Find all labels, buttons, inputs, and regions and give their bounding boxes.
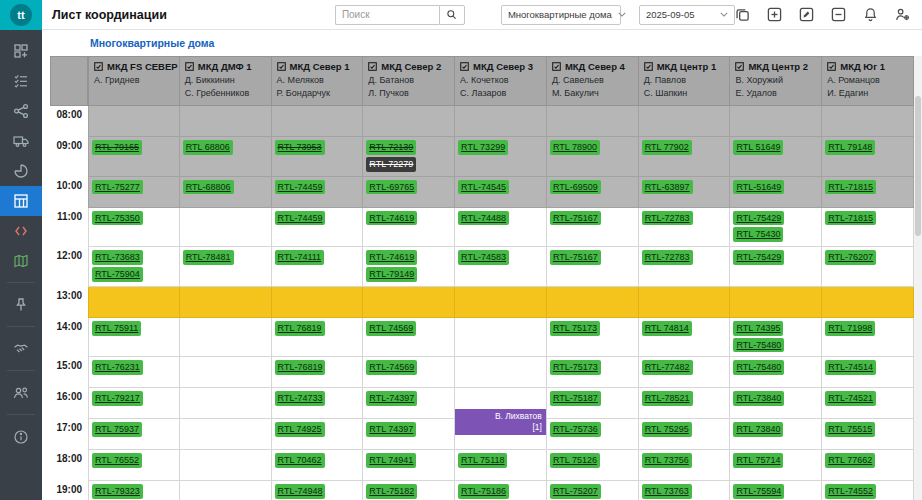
schedule-cell[interactable] [272,106,364,137]
order-tag[interactable]: RTL-69765 [366,180,417,195]
order-tag[interactable]: RTL-71815 [825,180,876,195]
order-tag[interactable]: RTL 75126 [550,453,600,468]
schedule-cell[interactable]: RTL-75480 [730,357,822,388]
order-tag[interactable]: RTL 75714 [733,453,783,468]
schedule-cell[interactable] [547,106,639,137]
schedule-cell[interactable]: RTL-75182 [363,481,455,500]
search-button[interactable] [439,5,465,25]
order-tag[interactable]: RTL-74111 [275,250,325,265]
schedule-cell[interactable]: RTL-69765 [363,177,455,208]
schedule-cell[interactable]: RTL 74814 [639,318,731,358]
order-tag[interactable]: RTL-74514 [825,360,876,375]
order-tag[interactable]: RTL-75736 [550,422,601,437]
schedule-cell[interactable]: RTL 75173 [547,318,639,358]
schedule-cell[interactable]: RTL-73840 [730,388,822,419]
schedule-cell[interactable]: RTL 74395RTL-75480 [730,318,822,358]
column-header[interactable]: МКД Центр 1Д. ПавловС. Шапкин [639,56,731,106]
schedule-cell[interactable]: RTL-77482 [639,357,731,388]
schedule-cell[interactable]: RTL-68806 [180,177,272,208]
order-tag[interactable]: RTL 74569 [366,321,416,336]
schedule-cell[interactable]: RTL 75515 [822,419,914,450]
schedule-cell[interactable] [180,419,272,450]
schedule-cell[interactable]: RTL 74941 [363,450,455,481]
column-header[interactable]: МКД Юг 1А. РоманцовИ. Едагин [822,56,914,106]
order-tag[interactable]: RTL 71998 [825,321,875,336]
schedule-cell[interactable]: RTL 74569 [363,318,455,358]
schedule-cell[interactable] [180,106,272,137]
schedule-cell[interactable] [730,106,822,137]
order-tag[interactable]: RTL 73953 [275,140,325,155]
schedule-cell[interactable]: RTL 75714 [730,450,822,481]
schedule-cell[interactable] [180,450,272,481]
schedule-cell[interactable] [272,287,364,318]
schedule-cell[interactable]: RTL-78481 [180,247,272,287]
schedule-cell[interactable]: RTL-76819 [272,357,364,388]
schedule-cell[interactable]: RTL 78900 [547,137,639,177]
schedule-cell[interactable]: RTL 75911 [88,318,180,358]
order-tag[interactable]: RTL 75937 [92,422,142,437]
schedule-cell[interactable]: RTL 71998 [822,318,914,358]
schedule-cell[interactable]: RTL-71815 [822,177,914,208]
schedule-cell[interactable]: В. Лихватов[1] [455,419,547,450]
schedule-cell[interactable]: RTL 76552 [88,450,180,481]
schedule-cell[interactable]: RTL 74925 [272,419,364,450]
order-tag[interactable]: RTL-63897 [642,180,693,195]
order-tag[interactable]: RTL 73763 [642,484,692,499]
schedule-cell[interactable]: RTL-74459 [272,208,364,248]
schedule-cell[interactable] [88,106,180,137]
schedule-cell[interactable]: RTL 72139RTL 72279 [363,137,455,177]
schedule-cell[interactable]: RTL 79148 [822,137,914,177]
column-header[interactable]: МКД FS СЕВЕРА. Гриднев [88,56,180,106]
order-tag[interactable]: RTL-78481 [183,250,234,265]
column-header[interactable]: МКД Север 2Д. БатановЛ. Пучков [363,56,455,106]
copy-button[interactable] [735,7,750,22]
order-tag[interactable]: RTL 75430 [733,227,783,242]
order-tag[interactable]: RTL-74619 [366,250,417,265]
order-tag[interactable]: RTL 75173 [550,321,600,336]
order-tag[interactable]: RTL 75295 [642,422,692,437]
sidebar-item-apps[interactable] [0,36,42,66]
schedule-cell[interactable]: RTL-74552 [822,481,914,500]
order-tag[interactable]: RTL 75911 [92,321,141,336]
order-tag[interactable]: RTL 74925 [275,422,325,437]
schedule-cell[interactable]: RTL 73756 [639,450,731,481]
order-tag[interactable]: RTL 79148 [825,140,875,155]
schedule-cell[interactable]: RTL-74545 [455,177,547,208]
schedule-cell[interactable] [363,106,455,137]
order-tag[interactable]: RTL 75515 [825,422,875,437]
order-tag[interactable]: RTL-74733 [275,391,326,406]
order-tag[interactable]: RTL-74552 [825,484,876,499]
column-header[interactable]: МКД ДМФ 1Д. БиккининС. Гребенников [180,56,272,106]
schedule-cell[interactable]: RTL-75736 [547,419,639,450]
order-tag[interactable]: RTL-73683 [92,250,143,265]
order-tag[interactable]: RTL-76819 [275,360,326,375]
order-tag[interactable]: RTL 72279 [366,157,416,172]
schedule-cell[interactable]: RTL-75186 [455,481,547,500]
schedule-cell[interactable]: RTL-72783 [639,247,731,287]
schedule-cell[interactable] [180,208,272,248]
order-tag[interactable]: RTL-79217 [92,391,143,406]
schedule-cell[interactable] [822,106,914,137]
schedule-cell[interactable]: RTL-74583 [455,247,547,287]
schedule-cell[interactable] [455,357,547,388]
schedule-cell[interactable]: RTL-75594 [730,481,822,500]
order-tag[interactable]: RTL-74583 [458,250,509,265]
schedule-cell[interactable]: RTL 79165 [88,137,180,177]
order-tag[interactable]: RTL-69509 [550,180,601,195]
app-logo[interactable]: tt [0,0,42,30]
sidebar-item-pie-chart[interactable] [0,156,42,186]
order-tag[interactable]: RTL 78900 [550,140,600,155]
schedule-cell[interactable] [88,287,180,318]
schedule-cell[interactable]: RTL-74619 [363,208,455,248]
order-tag[interactable]: RTL-74569 [366,360,417,375]
order-tag[interactable]: RTL-74459 [275,211,326,226]
schedule-cell[interactable] [730,287,822,318]
schedule-cell[interactable]: RTL-75350 [88,208,180,248]
order-tag[interactable]: RTL 74814 [642,321,692,336]
order-tag[interactable]: RTL-71815 [825,211,876,226]
order-tag[interactable]: RTL-79149 [366,267,417,282]
order-tag[interactable]: RTL 74395 [733,321,783,336]
order-tag[interactable]: RTL 76552 [92,453,142,468]
order-tag[interactable]: RTL-75480 [733,360,784,375]
order-tag[interactable]: RTL-75429 [733,250,784,265]
